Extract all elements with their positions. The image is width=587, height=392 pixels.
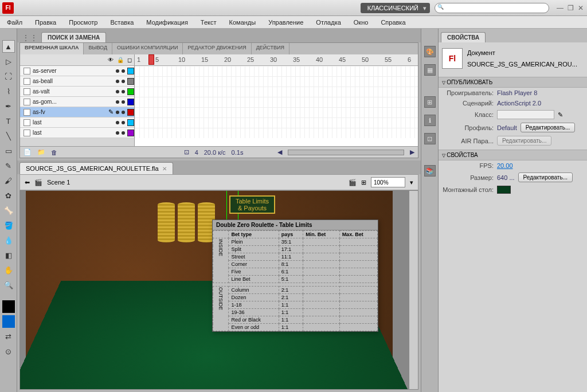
workspace-dropdown[interactable]: КЛАССИЧЕСКИЙ <box>361 3 430 13</box>
info-panel-icon[interactable]: ℹ <box>424 115 436 126</box>
layer-row[interactable]: as-valt <box>20 87 134 97</box>
timeline-tab[interactable]: ВРЕМЕННАЯ ШКАЛА <box>20 43 84 54</box>
visibility-dot[interactable] <box>116 90 119 93</box>
stage-color-swatch[interactable] <box>497 186 511 194</box>
new-layer-button[interactable]: 📄 <box>24 148 32 156</box>
menu-modify[interactable]: Модификация <box>144 18 190 27</box>
timeline-scrollbar[interactable] <box>288 150 404 155</box>
zoom-tool[interactable]: 🔍 <box>2 279 15 291</box>
panel-grip[interactable]: ⋮⋮ <box>19 33 40 42</box>
motion-editor-tab[interactable]: РЕДАКТОР ДВИЖЕНИЯ <box>183 43 251 54</box>
eyedropper-tool[interactable]: 💧 <box>2 234 15 246</box>
menu-help[interactable]: Справка <box>378 18 408 27</box>
menu-file[interactable]: Файл <box>5 18 25 27</box>
subselection-tool[interactable]: ▷ <box>2 55 15 68</box>
edit-profile-button[interactable]: Редактировать... <box>521 123 575 132</box>
lock-icon[interactable]: 🔒 <box>117 57 124 63</box>
selection-tool[interactable]: ▲ <box>2 40 15 53</box>
delete-layer-button[interactable]: 🗑 <box>51 149 57 156</box>
new-folder-button[interactable]: 📁 <box>37 148 45 156</box>
rectangle-tool[interactable]: ▭ <box>2 144 15 157</box>
brush-tool[interactable]: 🖌 <box>2 174 15 187</box>
minimize-button[interactable]: — <box>556 4 564 12</box>
layer-color-swatch[interactable] <box>127 99 134 105</box>
document-tab[interactable]: SOURCE_JS_GS_AMERICAN_ROULETTE.fla ✕ <box>19 162 173 174</box>
visibility-dot[interactable] <box>116 131 119 135</box>
visibility-dot[interactable] <box>116 80 119 83</box>
swap-colors[interactable]: ⇄ <box>2 330 15 343</box>
layer-color-swatch[interactable] <box>127 119 134 126</box>
layer-color-swatch[interactable] <box>127 130 134 136</box>
search-input[interactable] <box>435 3 549 13</box>
layer-color-swatch[interactable] <box>127 78 134 85</box>
pen-tool[interactable]: ✒ <box>2 100 15 112</box>
lock-dot[interactable] <box>122 131 125 135</box>
restore-button[interactable]: ❐ <box>566 4 574 12</box>
layer-color-swatch[interactable] <box>127 68 134 75</box>
lock-dot[interactable] <box>122 111 125 114</box>
layer-row[interactable]: last <box>20 117 134 128</box>
fps-value[interactable]: 20.00 <box>497 162 513 169</box>
scroll-right[interactable]: ▶ <box>410 148 414 156</box>
lock-dot[interactable] <box>122 121 125 124</box>
layer-row[interactable]: as-gom... <box>20 97 134 107</box>
edit-scene-button[interactable]: 🎬 <box>349 179 357 186</box>
pencil-tool[interactable]: ✎ <box>2 159 15 172</box>
close-button[interactable]: ✕ <box>577 4 585 12</box>
visibility-icon[interactable]: 👁 <box>108 57 114 63</box>
menu-insert[interactable]: Вставка <box>108 18 136 27</box>
back-button[interactable]: ⬅ <box>25 179 30 186</box>
output-tab[interactable]: ВЫВОД <box>84 43 112 54</box>
edit-class-icon[interactable]: ✎ <box>558 111 563 119</box>
layer-row[interactable]: as-beall <box>20 76 134 87</box>
deco-tool[interactable]: ✿ <box>2 189 15 202</box>
menu-edit[interactable]: Правка <box>33 18 58 27</box>
text-tool[interactable]: T <box>2 115 15 127</box>
menu-control[interactable]: Управление <box>266 18 306 27</box>
lock-dot[interactable] <box>122 100 125 104</box>
onion-skin-button[interactable]: ⊡ <box>184 148 189 156</box>
free-transform-tool[interactable]: ⛶ <box>2 70 15 83</box>
lasso-tool[interactable]: ⌇ <box>2 85 15 97</box>
layer-color-swatch[interactable] <box>127 88 134 95</box>
zoom-input[interactable] <box>371 177 405 187</box>
scroll-left[interactable]: ◀ <box>277 148 282 156</box>
line-tool[interactable]: ╲ <box>2 130 15 142</box>
visibility-dot[interactable] <box>116 111 119 114</box>
visibility-dot[interactable] <box>116 100 119 104</box>
bone-tool[interactable]: 🦴 <box>2 204 15 217</box>
library-panel-icon[interactable]: 📚 <box>424 165 436 177</box>
stage-area[interactable]: Table Limits & Payouts Double Zero Roule… <box>19 190 418 390</box>
vertical-scrollbar[interactable] <box>409 191 418 389</box>
publish-section-header[interactable]: ОПУБЛИКОВАТЬ <box>439 77 587 88</box>
swatches-panel-icon[interactable]: ▦ <box>424 64 436 76</box>
scene-label[interactable]: Scene 1 <box>47 179 70 186</box>
lock-dot[interactable] <box>122 80 125 83</box>
eraser-tool[interactable]: ◧ <box>2 249 15 261</box>
frame-ruler[interactable]: 1 5 10 15 20 25 30 35 40 45 50 55 6 <box>135 54 418 66</box>
menu-commands[interactable]: Команды <box>227 18 259 27</box>
class-input[interactable] <box>497 110 554 119</box>
layer-color-swatch[interactable] <box>127 109 134 116</box>
menu-view[interactable]: Просмотр <box>66 18 100 27</box>
menu-text[interactable]: Текст <box>198 18 219 27</box>
actions-tab[interactable]: ДЕЙСТВИЯ <box>252 43 289 54</box>
layer-row[interactable]: as-fv✎ <box>20 107 134 117</box>
stroke-color[interactable] <box>2 300 15 313</box>
hand-tool[interactable]: ✋ <box>2 264 15 276</box>
edit-size-button[interactable]: Редактировать... <box>518 173 573 182</box>
visibility-dot[interactable] <box>116 69 119 73</box>
menu-debug[interactable]: Отладка <box>314 18 343 27</box>
layer-row[interactable]: last <box>20 128 134 138</box>
close-tab-icon[interactable]: ✕ <box>162 166 167 172</box>
zoom-dropdown[interactable]: ▾ <box>410 179 413 186</box>
snap-toggle[interactable]: ⊙ <box>2 345 15 358</box>
menu-window[interactable]: Окно <box>351 18 371 27</box>
playhead[interactable] <box>148 54 154 65</box>
edit-symbol-button[interactable]: ⊞ <box>361 179 366 186</box>
lock-dot[interactable] <box>122 90 125 93</box>
outline-icon[interactable]: ◻ <box>127 57 132 63</box>
paint-bucket-tool[interactable]: 🪣 <box>2 219 15 232</box>
compile-errors-tab[interactable]: ОШИБКИ КОМПИЛЯЦИИ <box>112 43 183 54</box>
align-panel-icon[interactable]: ⊞ <box>424 96 436 108</box>
